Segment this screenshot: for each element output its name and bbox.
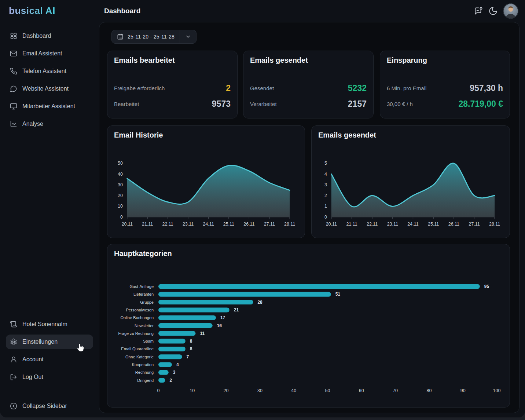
svg-text:26.11: 26.11: [243, 222, 254, 227]
x-axis-tick: 50: [325, 388, 330, 393]
svg-text:21.11: 21.11: [346, 222, 357, 227]
bar-category-label: Ohne Kategorie: [125, 355, 154, 359]
sidebar-item-einstellungen[interactable]: Einstellungen: [6, 335, 93, 349]
svg-text:1: 1: [324, 204, 327, 209]
date-range-picker[interactable]: 25-11-20 - 25-11-28: [111, 30, 197, 44]
stat-value: 28.719,00 €: [458, 99, 503, 109]
sidebar-item-dashboard[interactable]: Dashboard: [6, 29, 93, 43]
sidebar-item-email-assistent[interactable]: Email Assistent: [6, 46, 93, 61]
sidebar-item-mitarbeiter-assistent[interactable]: Mitarbeiter Assistent: [6, 99, 93, 114]
svg-text:22.11: 22.11: [367, 222, 378, 227]
sidebar-footer: Hotel Sonennalm Einstellungen Account Lo…: [6, 317, 93, 416]
svg-text:5: 5: [324, 161, 327, 166]
emails-gesendet-area-chart: 01234520.1121.1122.1123.1124.1125.1126.1…: [312, 159, 510, 230]
sidebar-item-telefon-assistent[interactable]: Telefon Assistent: [6, 64, 93, 78]
stat-label: Verarbeitet: [250, 101, 277, 107]
emails-gesendet-chart-card: Emails gesendet 01234520.1121.1122.1123.…: [311, 125, 510, 238]
bar-online-buchungen: [158, 315, 216, 320]
x-axis-tick: 90: [460, 388, 466, 393]
svg-text:24.11: 24.11: [203, 222, 214, 227]
bar-kooperation: [158, 362, 172, 367]
stat-card-emails-bearbeitet: Emails bearbeitet Freigabe erforderlich …: [107, 51, 238, 118]
monitor-icon: [10, 103, 17, 110]
topbar: Dashboard: [99, 0, 525, 22]
svg-text:27.11: 27.11: [264, 222, 275, 227]
svg-text:22.11: 22.11: [162, 222, 173, 227]
svg-text:28.11: 28.11: [284, 222, 295, 227]
message-square-dot-icon[interactable]: [474, 6, 483, 16]
sidebar-item-label: Analyse: [22, 121, 43, 127]
sidebar-item-label: Email Assistent: [22, 50, 62, 57]
stat-label: 30,00 € / h: [387, 101, 413, 107]
svg-text:10: 10: [118, 204, 123, 209]
chart-title: Emails gesendet: [318, 131, 376, 139]
date-range-value: 25-11-20 - 25-11-28: [128, 34, 175, 40]
area-fill: [127, 165, 290, 217]
svg-text:23.11: 23.11: [387, 222, 398, 227]
bar-dringend: [158, 378, 165, 383]
bar-gast-anfrage: [158, 284, 480, 289]
bar-value-label: 3: [173, 370, 176, 375]
bar-category-label: Gruppe: [140, 300, 154, 304]
stat-row: Verarbeitet 2157: [250, 97, 367, 111]
sidebar-item-label: Hotel Sonennalm: [22, 321, 67, 328]
stat-label: Freigabe erforderlich: [114, 85, 165, 91]
chat-icon: [10, 85, 17, 92]
grid-icon: [10, 32, 17, 40]
sidebar: busical AI Dashboard Email Assistent Tel…: [0, 0, 99, 417]
svg-text:40: 40: [118, 172, 123, 177]
stat-card-title: Einsparung: [387, 56, 427, 65]
svg-text:21.11: 21.11: [142, 222, 153, 227]
bar-value-label: 28: [257, 300, 262, 305]
bar-category-label: Dringend: [137, 378, 154, 383]
bar-category-label: Personalwesen: [126, 308, 154, 312]
sidebar-item-label: Account: [22, 356, 44, 363]
stat-row: 6 Min. pro Email 957,30 h: [387, 81, 503, 95]
bar-spam: [158, 339, 186, 344]
dashed-divider: [250, 96, 367, 96]
app-logo: busical AI: [9, 5, 55, 17]
stat-value: 5232: [348, 83, 367, 93]
sidebar-item-website-assistent[interactable]: Website Assistent: [6, 81, 93, 96]
bar-value-label: 95: [484, 284, 489, 289]
svg-text:4: 4: [324, 172, 327, 177]
sidebar-item-label: Telefon Assistent: [22, 68, 66, 74]
stat-value: 2157: [348, 99, 367, 109]
bar-category-label: Newsletter: [135, 324, 154, 328]
user-icon: [10, 356, 17, 363]
stat-label: Gesendet: [250, 85, 274, 91]
bar-email-quarantane: [158, 347, 186, 351]
user-avatar[interactable]: [503, 3, 518, 19]
sidebar-item-label: Website Assistent: [22, 85, 69, 92]
sidebar-item-analyse[interactable]: Analyse: [6, 117, 93, 131]
bar-category-label: Spam: [143, 339, 154, 343]
bar-value-label: 4: [176, 362, 179, 367]
bar-gruppe: [158, 300, 253, 304]
svg-text:2: 2: [324, 193, 327, 198]
sidebar-item-log-out[interactable]: Log Out: [6, 370, 93, 384]
bar-value-label: 7: [187, 354, 189, 359]
chart-title: Hauptkategorien: [114, 249, 172, 258]
moon-icon[interactable]: [488, 6, 498, 16]
bar-value-label: 51: [335, 292, 341, 297]
stat-card-title: Emails bearbeitet: [114, 56, 175, 65]
page-title: Dashboard: [104, 7, 140, 15]
bar-ohne-kategorie: [158, 354, 182, 359]
chevron-down-icon[interactable]: [180, 30, 196, 43]
x-axis-tick: 100: [493, 388, 501, 393]
bar-rechnung: [158, 370, 169, 375]
collapse-circle-chevron-left-icon: [10, 402, 17, 410]
svg-text:20.11: 20.11: [326, 222, 337, 227]
sidebar-item-label: Dashboard: [22, 33, 51, 39]
sidebar-divider: [7, 395, 92, 395]
svg-text:20.11: 20.11: [122, 222, 133, 227]
svg-text:28.11: 28.11: [489, 222, 500, 227]
svg-text:3: 3: [324, 182, 327, 187]
chart-icon: [10, 120, 17, 128]
collapse-sidebar-button[interactable]: Collapse Sidebar: [6, 399, 93, 413]
bar-category-label: Email Quarantäne: [121, 347, 154, 351]
sidebar-item-account[interactable]: Account: [6, 352, 93, 367]
x-axis-tick: 20: [224, 388, 229, 393]
stat-card-emails-gesendet: Emails gesendet Gesendet 5232 Verarbeite…: [243, 51, 374, 118]
sidebar-item-hotel-sonennalm[interactable]: Hotel Sonennalm: [6, 317, 93, 332]
